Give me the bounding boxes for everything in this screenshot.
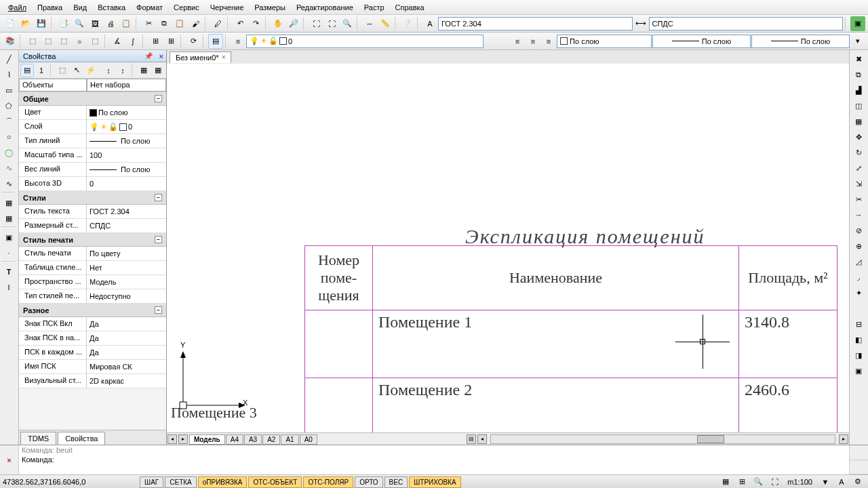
menu-7[interactable]: Размеры xyxy=(249,1,291,14)
sort1-icon[interactable]: ↕ xyxy=(102,64,115,77)
move-icon[interactable]: ✥ xyxy=(850,129,867,144)
scale-icon[interactable]: ⤢ xyxy=(850,161,867,176)
offset-icon[interactable]: ◫ xyxy=(850,98,867,113)
prop-row[interactable]: Знак ПСК в на...Да xyxy=(19,331,166,346)
prop-row[interactable]: Стиль текстаГОСТ 2.304 xyxy=(19,205,166,219)
3d1-icon[interactable]: ◧ xyxy=(850,332,867,347)
erase-icon[interactable]: ✖ xyxy=(850,52,867,66)
layerstate3-icon[interactable]: ≡ xyxy=(541,34,556,49)
explode-icon[interactable]: ✦ xyxy=(850,285,867,300)
prop-row[interactable]: Высота 3D0 xyxy=(19,177,166,191)
menu-1[interactable]: Правка xyxy=(32,1,68,14)
prop-row[interactable]: Тип линийПо слою xyxy=(19,134,166,148)
prop-group[interactable]: Стили− xyxy=(19,191,166,205)
help-icon[interactable]: ❔ xyxy=(400,16,415,31)
prop-row[interactable]: Тип стилей пе...Недоступно xyxy=(19,289,166,304)
selectgrp-icon[interactable]: ⟐ xyxy=(72,34,87,49)
status-toggle[interactable]: ОТС-ОБЪЕКТ xyxy=(248,476,302,488)
layout-tab[interactable]: A0 xyxy=(300,434,317,445)
status-toggle[interactable]: ШТРИХОВКА xyxy=(409,476,460,488)
spline2-icon[interactable]: ∿ xyxy=(1,176,17,191)
status-toggle[interactable]: СЕТКА xyxy=(165,476,197,488)
paste-icon[interactable]: 📋 xyxy=(172,16,187,31)
saveall-icon[interactable]: 📑 xyxy=(56,16,71,31)
preview-icon[interactable]: 🖼 xyxy=(87,16,102,31)
align-icon[interactable]: ⊟ xyxy=(850,317,867,331)
copy2-icon[interactable]: ⧉ xyxy=(850,67,867,82)
chamfer-icon[interactable]: ◿ xyxy=(850,254,867,269)
dim-style-combo[interactable]: СПДС xyxy=(649,17,844,30)
hatch2-icon[interactable]: ▦ xyxy=(1,211,17,226)
zoomext-icon[interactable]: ⛶ xyxy=(324,16,339,31)
prop-group[interactable]: Стиль печати− xyxy=(19,233,166,247)
rotate-icon[interactable]: ↻ xyxy=(850,145,867,160)
cmd-prompt[interactable]: Команда: xyxy=(19,455,849,464)
layer-combo[interactable]: 💡☀🔓 0 xyxy=(246,35,484,48)
break-icon[interactable]: ⊘ xyxy=(850,223,867,238)
3d3-icon[interactable]: ▣ xyxy=(850,363,867,378)
menu-0[interactable]: Файл xyxy=(3,1,32,14)
hatch-icon[interactable]: ▦ xyxy=(1,195,17,210)
point-icon[interactable]: · xyxy=(1,245,17,260)
layout-tab[interactable]: A2 xyxy=(262,434,280,445)
view2-icon[interactable]: ▦ xyxy=(151,64,165,77)
matchprop-icon[interactable]: 🖌 xyxy=(188,16,203,31)
ellipse-icon[interactable]: ◯ xyxy=(1,145,17,160)
pik3-icon[interactable]: ⚡ xyxy=(84,64,98,77)
menu-6[interactable]: Черчение xyxy=(205,1,250,14)
join-icon[interactable]: ⊕ xyxy=(850,239,867,253)
props-icon[interactable]: ▤ xyxy=(208,34,223,49)
quickselect-icon[interactable]: ⬚ xyxy=(56,34,71,49)
pik2-icon[interactable]: ↖ xyxy=(70,64,83,77)
text-icon[interactable]: T xyxy=(1,264,17,279)
zoom-in-icon[interactable]: 🔍 xyxy=(751,474,766,489)
canvas[interactable]: Экспликация помещений Номер поме-щения Н… xyxy=(167,64,849,432)
layerstate1-icon[interactable]: ≡ xyxy=(510,34,525,49)
print-icon[interactable]: 🖨 xyxy=(103,16,118,31)
prop-row[interactable]: Знак ПСК ВклДа xyxy=(19,317,166,331)
prop-row[interactable]: ПСК в каждом ...Да xyxy=(19,346,166,360)
prop-row[interactable]: Цвет По слою xyxy=(19,106,166,120)
text-style-combo[interactable]: ГОСТ 2.304 xyxy=(438,17,633,30)
close-cmd-icon[interactable]: × xyxy=(0,445,19,474)
line-icon[interactable]: ╱ xyxy=(1,52,17,66)
prop-row[interactable]: Визуальный ст...2D каркас xyxy=(19,374,166,388)
polygon-icon[interactable]: ⬠ xyxy=(1,98,17,113)
render-icon[interactable]: ▣ xyxy=(850,16,865,31)
close-tab-icon[interactable]: × xyxy=(222,54,226,61)
fillet-icon[interactable]: ◞ xyxy=(850,270,867,285)
grid-icon[interactable]: ▦ xyxy=(718,474,733,489)
menu-8[interactable]: Редактирование xyxy=(291,1,359,14)
layout-tab[interactable]: A3 xyxy=(244,434,262,445)
layers-icon[interactable]: ≡ xyxy=(231,34,245,49)
scroll-right-icon[interactable]: ▸ xyxy=(839,434,848,444)
cut-icon[interactable]: ✂ xyxy=(141,16,156,31)
annoscale-icon[interactable]: ▼ xyxy=(818,474,833,489)
layermgr-icon[interactable]: 📚 xyxy=(3,34,18,49)
spline-icon[interactable]: ∿ xyxy=(1,161,17,176)
prop-group[interactable]: Общие− xyxy=(19,92,166,106)
polyline-icon[interactable]: ⌇ xyxy=(1,67,17,82)
prop-row[interactable]: Стиль печатиПо цвету xyxy=(19,247,166,261)
arc-icon[interactable]: ⌒ xyxy=(1,114,17,129)
zoom-ext-icon[interactable]: ⛶ xyxy=(767,474,782,489)
extend-icon[interactable]: → xyxy=(850,207,867,222)
filter1-icon[interactable]: ▤ xyxy=(20,64,34,77)
mirror-icon[interactable]: ▟ xyxy=(850,83,867,98)
layerstate2-icon[interactable]: ≡ xyxy=(526,34,540,49)
prop-row[interactable]: Слой💡☀🔓 0 xyxy=(19,120,166,134)
layout-menu-icon[interactable]: ▤ xyxy=(467,434,476,444)
array-icon[interactable]: ▦ xyxy=(850,114,867,129)
view1-icon[interactable]: ▦ xyxy=(137,64,151,77)
block-icon[interactable]: ▣ xyxy=(1,230,17,245)
deselect-icon[interactable]: ⬚ xyxy=(87,34,102,49)
area-icon[interactable]: ∫ xyxy=(125,34,140,49)
lweight-combo[interactable]: По слою xyxy=(751,35,850,48)
zoomprev-icon[interactable]: 🔍 xyxy=(340,16,355,31)
ucs-icon[interactable]: ⊞ xyxy=(148,34,163,49)
new-icon[interactable]: 📄 xyxy=(3,16,18,31)
tab-tdms[interactable]: TDMS xyxy=(20,432,56,445)
scale-display[interactable]: m1:100 xyxy=(783,478,816,486)
regen-icon[interactable]: ⟳ xyxy=(186,34,201,49)
pik1-icon[interactable]: ⬚ xyxy=(56,64,69,77)
